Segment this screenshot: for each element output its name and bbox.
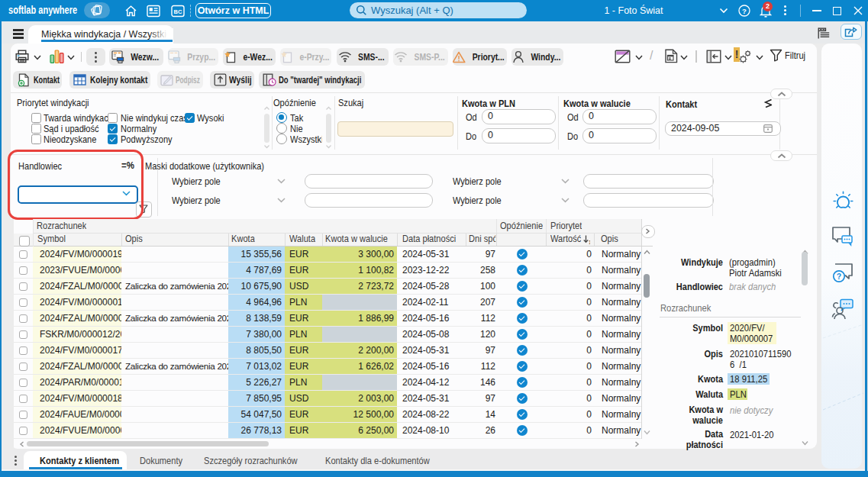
- svg-text:?: ?: [742, 7, 747, 15]
- svg-text:?: ?: [837, 272, 841, 281]
- svg-text:BC: BC: [174, 8, 182, 15]
- svg-text:1: 1: [589, 240, 590, 244]
